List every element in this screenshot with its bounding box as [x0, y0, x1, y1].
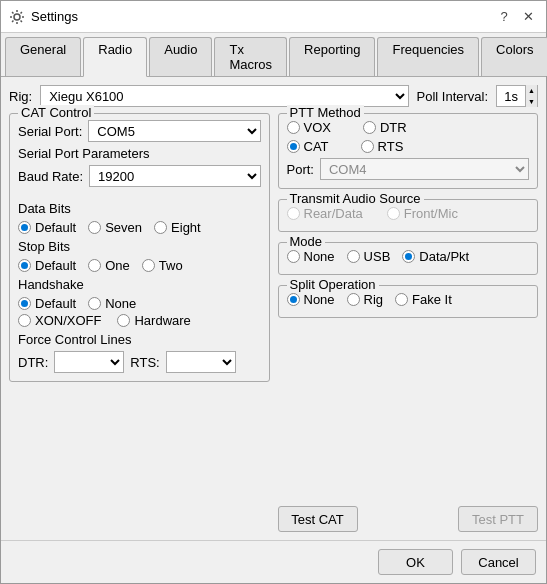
handshake-hardware-radio[interactable] [117, 314, 130, 327]
tab-colors[interactable]: Colors [481, 37, 547, 76]
handshake-default[interactable]: Default [18, 296, 76, 311]
baud-rate-select[interactable]: 19200 [89, 165, 260, 187]
settings-icon [9, 9, 25, 25]
poll-spin-down[interactable]: ▼ [526, 96, 537, 107]
dtr-select[interactable] [54, 351, 124, 373]
ptt-cat[interactable]: CAT [287, 139, 329, 154]
split-fake-it-radio[interactable] [395, 293, 408, 306]
tab-reporting[interactable]: Reporting [289, 37, 375, 76]
data-bits-eight[interactable]: Eight [154, 220, 201, 235]
test-ptt-button[interactable]: Test PTT [458, 506, 538, 532]
tab-audio[interactable]: Audio [149, 37, 212, 76]
serial-port-row: Serial Port: COM5 [18, 120, 261, 142]
mode-data-pkt-radio[interactable] [402, 250, 415, 263]
handshake-hardware[interactable]: Hardware [117, 313, 190, 328]
handshake-xon[interactable]: XON/XOFF [18, 313, 101, 328]
rts-label: RTS: [130, 355, 159, 370]
data-bits-row: Default Seven Eight [18, 220, 261, 235]
tab-frequencies[interactable]: Frequencies [377, 37, 479, 76]
tab-bar: General Radio Audio Tx Macros Reporting … [1, 33, 546, 77]
stop-bits-two[interactable]: Two [142, 258, 183, 273]
handshake-row1: Default None [18, 296, 261, 311]
handshake-row2: XON/XOFF Hardware [18, 313, 261, 328]
poll-interval-label: Poll Interval: [417, 89, 489, 104]
split-operation-title: Split Operation [287, 277, 379, 292]
mode-data-pkt[interactable]: Data/Pkt [402, 249, 469, 264]
ptt-method-title: PTT Method [287, 105, 364, 120]
mode-none-radio[interactable] [287, 250, 300, 263]
handshake-xon-radio[interactable] [18, 314, 31, 327]
tab-general[interactable]: General [5, 37, 81, 76]
rts-select[interactable] [166, 351, 236, 373]
split-fake-it[interactable]: Fake It [395, 292, 452, 307]
poll-interval-input[interactable] [497, 86, 525, 106]
tab-radio[interactable]: Radio [83, 37, 147, 77]
ptt-method-group: PTT Method VOX DTR [278, 113, 539, 189]
data-bits-default-radio[interactable] [18, 221, 31, 234]
ptt-rts-radio[interactable] [361, 140, 374, 153]
left-panel: CAT Control Serial Port: COM5 Serial Por… [9, 113, 270, 532]
test-cat-button[interactable]: Test CAT [278, 506, 358, 532]
data-bits-default[interactable]: Default [18, 220, 76, 235]
split-rig-radio[interactable] [347, 293, 360, 306]
dtr-label: DTR: [18, 355, 48, 370]
transmit-audio-group: Transmit Audio Source Rear/Data Front/Mi… [278, 199, 539, 232]
svg-point-0 [14, 14, 20, 20]
title-bar-controls: ? ✕ [494, 7, 538, 27]
stop-bits-row: Default One Two [18, 258, 261, 273]
handshake-none-radio[interactable] [88, 297, 101, 310]
stop-bits-one-radio[interactable] [88, 259, 101, 272]
mode-usb-radio[interactable] [347, 250, 360, 263]
split-none-radio[interactable] [287, 293, 300, 306]
poll-spin-up[interactable]: ▲ [526, 85, 537, 96]
ptt-cat-radio[interactable] [287, 140, 300, 153]
mode-usb[interactable]: USB [347, 249, 391, 264]
handshake-default-radio[interactable] [18, 297, 31, 310]
transmit-audio-row: Rear/Data Front/Mic [287, 206, 530, 221]
split-operation-group: Split Operation None Rig Fake It [278, 285, 539, 318]
main-content: Rig: Xiegu X6100 Poll Interval: ▲ ▼ CAT … [1, 77, 546, 540]
serial-port-select[interactable]: COM5 [88, 120, 260, 142]
footer: OK Cancel [1, 540, 546, 583]
handshake-none[interactable]: None [88, 296, 136, 311]
serial-port-params-label: Serial Port Parameters [18, 146, 261, 161]
rig-select[interactable]: Xiegu X6100 [40, 85, 408, 107]
stop-bits-default[interactable]: Default [18, 258, 76, 273]
tab-tx-macros[interactable]: Tx Macros [214, 37, 287, 76]
stop-bits-default-radio[interactable] [18, 259, 31, 272]
ptt-dtr-radio[interactable] [363, 121, 376, 134]
settings-window: Settings ? ✕ General Radio Audio Tx Macr… [0, 0, 547, 584]
ptt-dtr[interactable]: DTR [363, 120, 407, 135]
audio-rear[interactable]: Rear/Data [287, 206, 363, 221]
poll-interval-spinner[interactable]: ▲ ▼ [496, 85, 538, 107]
stop-bits-label: Stop Bits [18, 239, 261, 254]
ptt-vox-radio[interactable] [287, 121, 300, 134]
cat-control-title: CAT Control [18, 105, 94, 120]
split-row: None Rig Fake It [287, 292, 530, 307]
split-rig[interactable]: Rig [347, 292, 384, 307]
data-bits-seven-radio[interactable] [88, 221, 101, 234]
audio-front-radio[interactable] [387, 207, 400, 220]
stop-bits-one[interactable]: One [88, 258, 130, 273]
stop-bits-two-radio[interactable] [142, 259, 155, 272]
test-row: Test CAT Test PTT [278, 506, 539, 532]
ptt-vox[interactable]: VOX [287, 120, 331, 135]
close-button[interactable]: ✕ [518, 7, 538, 27]
ptt-rts[interactable]: RTS [361, 139, 404, 154]
title-bar: Settings ? ✕ [1, 1, 546, 33]
data-bits-seven[interactable]: Seven [88, 220, 142, 235]
audio-front[interactable]: Front/Mic [387, 206, 458, 221]
split-none[interactable]: None [287, 292, 335, 307]
baud-rate-row: Baud Rate: 19200 [18, 165, 261, 187]
data-bits-eight-radio[interactable] [154, 221, 167, 234]
cancel-button[interactable]: Cancel [461, 549, 536, 575]
audio-rear-radio[interactable] [287, 207, 300, 220]
force-control-label: Force Control Lines [18, 332, 261, 347]
mode-none[interactable]: None [287, 249, 335, 264]
transmit-audio-title: Transmit Audio Source [287, 191, 424, 206]
help-button[interactable]: ? [494, 7, 514, 27]
ok-button[interactable]: OK [378, 549, 453, 575]
ptt-port-select[interactable]: COM4 [320, 158, 529, 180]
mode-title: Mode [287, 234, 326, 249]
baud-rate-label: Baud Rate: [18, 169, 83, 184]
